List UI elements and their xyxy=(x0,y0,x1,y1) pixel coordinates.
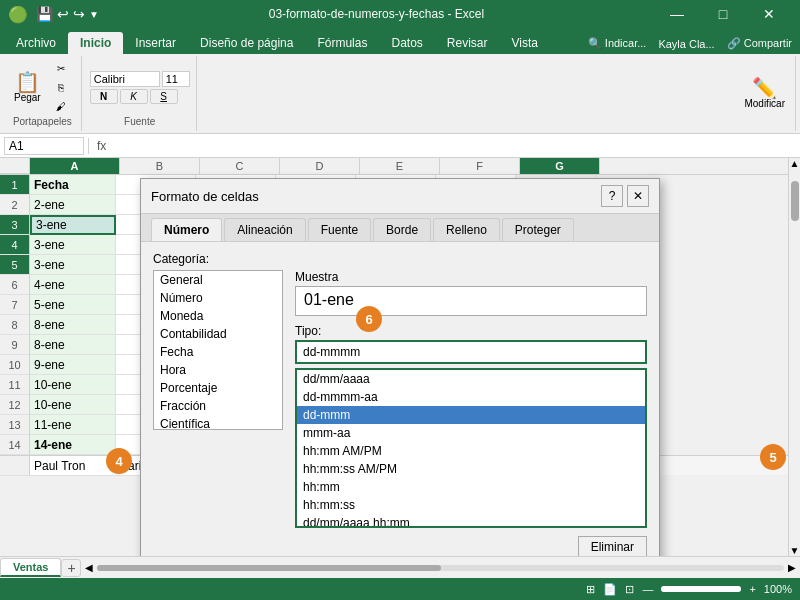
dialog-tab-proteger[interactable]: Proteger xyxy=(502,218,574,241)
format-item-hhmmss[interactable]: hh:mm:ss xyxy=(297,496,645,514)
category-fraccion[interactable]: Fracción xyxy=(154,397,282,415)
page-break-icon[interactable]: ⊡ xyxy=(625,583,634,596)
main-content: A B C D E F G 1 Fecha Total xyxy=(0,158,800,556)
dialog-close-button[interactable]: ✕ xyxy=(627,185,649,207)
format-item-ddmmmaa[interactable]: dd-mmmm-aa xyxy=(297,388,645,406)
delete-button[interactable]: Eliminar xyxy=(578,536,647,556)
tab-vista[interactable]: Vista xyxy=(500,32,550,54)
category-moneda[interactable]: Moneda xyxy=(154,307,282,325)
close-button[interactable]: ✕ xyxy=(746,0,792,28)
search-indicator: 🔍 Indicar... xyxy=(588,37,647,50)
category-porcentaje[interactable]: Porcentaje xyxy=(154,379,282,397)
format-item-ddmmm[interactable]: dd-mmm xyxy=(297,406,645,424)
tab-formulas[interactable]: Fórmulas xyxy=(305,32,379,54)
modify-button[interactable]: ✏️ Modificar xyxy=(740,76,789,111)
tab-revisar[interactable]: Revisar xyxy=(435,32,500,54)
ribbon-tabs: Archivo Inicio Insertar Diseño de página… xyxy=(0,28,800,54)
zoom-in-icon[interactable]: + xyxy=(749,583,755,595)
save-icon[interactable]: 💾 xyxy=(36,6,53,22)
zoom-slider[interactable] xyxy=(661,586,741,592)
tab-datos[interactable]: Datos xyxy=(379,32,434,54)
paste-icon: 📋 xyxy=(15,72,40,92)
format-list[interactable]: dd/mm/aaaa dd-mmmm-aa dd-mmm mmm-aa hh:m… xyxy=(295,368,647,528)
window-controls: — □ ✕ xyxy=(654,0,792,28)
modify-label: Modificar xyxy=(744,98,785,109)
font-size-input[interactable] xyxy=(162,71,190,87)
ribbon-paste-area: 📋 Pegar ✂ ⎘ 🖌 xyxy=(10,58,75,116)
dialog-tab-borde[interactable]: Borde xyxy=(373,218,431,241)
category-list[interactable]: General Número Moneda Contabilidad Fecha… xyxy=(153,270,283,430)
name-box[interactable] xyxy=(4,137,84,155)
ribbon-group-modificar: ✏️ Modificar xyxy=(734,56,796,131)
title-bar: 🟢 💾 ↩ ↪ ▼ 03-formato-de-numeros-y-fechas… xyxy=(0,0,800,28)
portapapeles-label: Portapapeles xyxy=(13,116,72,129)
tab-archivo[interactable]: Archivo xyxy=(4,32,68,54)
format-item-hhmmsssampm[interactable]: hh:mm:ss AM/PM xyxy=(297,460,645,478)
sheet-tab-ventas[interactable]: Ventas xyxy=(0,558,61,577)
grid-view-icon[interactable]: ⊞ xyxy=(586,583,595,596)
tab-insertar[interactable]: Insertar xyxy=(123,32,188,54)
dialog-title: Formato de celdas xyxy=(151,189,259,204)
status-right: ⊞ 📄 ⊡ — + 100% xyxy=(586,583,792,596)
maximize-button[interactable]: □ xyxy=(700,0,746,28)
dialog-tab-alineacion[interactable]: Alineación xyxy=(224,218,305,241)
underline-button[interactable]: S xyxy=(150,89,178,104)
status-bar: ⊞ 📄 ⊡ — + 100% xyxy=(0,578,800,600)
h-scrollbar-thumb[interactable] xyxy=(97,565,440,571)
format-item-mmmaa[interactable]: mmm-aa xyxy=(297,424,645,442)
fuente-label: Fuente xyxy=(124,116,155,129)
category-numero[interactable]: Número xyxy=(154,289,282,307)
format-item-hhmm[interactable]: hh:mm xyxy=(297,478,645,496)
redo-icon[interactable]: ↪ xyxy=(73,6,85,22)
cut-button[interactable]: ✂ xyxy=(47,61,75,76)
minimize-button[interactable]: — xyxy=(654,0,700,28)
category-general[interactable]: General xyxy=(154,271,282,289)
tab-diseno[interactable]: Diseño de página xyxy=(188,32,305,54)
format-painter-button[interactable]: 🖌 xyxy=(47,99,75,114)
dialog-titlebar: Formato de celdas ? ✕ xyxy=(141,179,659,214)
copy-icon: ⎘ xyxy=(58,82,64,93)
formula-input[interactable] xyxy=(114,139,796,153)
italic-button[interactable]: K xyxy=(120,89,148,104)
page-view-icon[interactable]: 📄 xyxy=(603,583,617,596)
paste-button[interactable]: 📋 Pegar xyxy=(10,70,45,105)
excel-logo-icon: 🟢 xyxy=(8,5,28,24)
font-name-input[interactable] xyxy=(90,71,160,87)
format-item-hhmmampm[interactable]: hh:mm AM/PM xyxy=(297,442,645,460)
category-fecha[interactable]: Fecha xyxy=(154,343,282,361)
type-input[interactable] xyxy=(295,340,647,364)
category-hora[interactable]: Hora xyxy=(154,361,282,379)
add-sheet-button[interactable]: + xyxy=(61,559,81,577)
copy-button[interactable]: ⎘ xyxy=(47,80,75,95)
formula-divider xyxy=(88,138,89,154)
fx-label: fx xyxy=(93,139,110,153)
ribbon-group-portapapeles: 📋 Pegar ✂ ⎘ 🖌 Portapapeles xyxy=(4,56,82,131)
dropdown-icon[interactable]: ▼ xyxy=(89,9,99,20)
dialog-tab-relleno[interactable]: Relleno xyxy=(433,218,500,241)
dialog-main-row: General Número Moneda Contabilidad Fecha… xyxy=(153,270,647,556)
format-item-ddmmaaaahhmm[interactable]: dd/mm/aaaa hh:mm xyxy=(297,514,645,528)
category-label: Categoría: xyxy=(153,252,647,266)
dialog-tab-numero[interactable]: Número xyxy=(151,218,222,241)
category-cientifica[interactable]: Científica xyxy=(154,415,282,430)
user-name: Kayla Cla... xyxy=(658,38,714,50)
scroll-right-icon[interactable]: ▶ xyxy=(788,562,796,573)
format-cells-dialog: Formato de celdas ? ✕ Número Alineación … xyxy=(140,178,660,556)
dialog-tab-fuente[interactable]: Fuente xyxy=(308,218,371,241)
ribbon: 📋 Pegar ✂ ⎘ 🖌 Portapapeles xyxy=(0,54,800,134)
dialog-help-button[interactable]: ? xyxy=(601,185,623,207)
scroll-left-icon[interactable]: ◀ xyxy=(85,562,93,573)
cut-icon: ✂ xyxy=(57,63,65,74)
ribbon-group-fuente: N K S Fuente xyxy=(84,56,197,131)
modificar-content: ✏️ Modificar xyxy=(740,58,789,129)
undo-icon[interactable]: ↩ xyxy=(57,6,69,22)
format-item-ddmmaaaa[interactable]: dd/mm/aaaa xyxy=(297,370,645,388)
sample-label: Muestra xyxy=(295,270,647,284)
zoom-level: 100% xyxy=(764,583,792,595)
tab-inicio[interactable]: Inicio xyxy=(68,32,123,54)
bold-button[interactable]: N xyxy=(90,89,118,104)
zoom-out-icon[interactable]: — xyxy=(642,583,653,595)
font-controls: N K S xyxy=(90,58,190,116)
category-contabilidad[interactable]: Contabilidad xyxy=(154,325,282,343)
share-button[interactable]: 🔗 Compartir xyxy=(727,37,792,50)
